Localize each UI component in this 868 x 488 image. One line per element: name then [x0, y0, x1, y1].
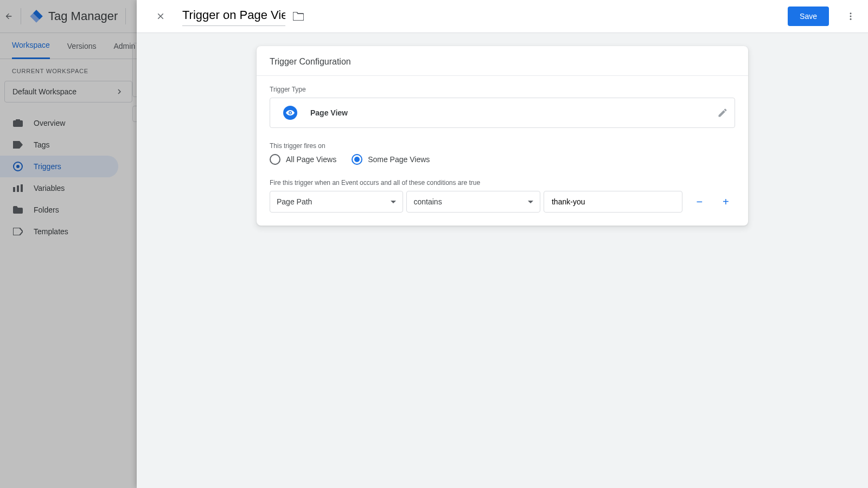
condition-value-input[interactable]	[544, 191, 682, 213]
close-button[interactable]	[150, 5, 171, 27]
radio-unchecked-icon	[270, 154, 280, 165]
card-title: Trigger Configuration	[257, 46, 748, 76]
select-value: Page Path	[277, 197, 312, 206]
more-menu-button[interactable]	[840, 5, 861, 27]
fires-on-label: This trigger fires on	[270, 142, 735, 150]
radio-label: All Page Views	[286, 155, 336, 164]
caret-down-icon	[528, 201, 533, 203]
condition-operator-select[interactable]: contains	[406, 191, 540, 213]
select-value: contains	[413, 197, 442, 206]
svg-point-7	[850, 12, 852, 14]
page-view-icon	[283, 106, 297, 120]
folder-icon[interactable]	[293, 12, 304, 21]
condition-variable-select[interactable]: Page Path	[270, 191, 403, 213]
save-button[interactable]: Save	[788, 7, 829, 26]
radio-all-page-views[interactable]: All Page Views	[270, 154, 336, 165]
svg-point-8	[850, 16, 852, 17]
trigger-editor-panel: Save Trigger Configuration Trigger Type …	[137, 0, 868, 488]
pencil-icon[interactable]	[717, 107, 728, 118]
remove-condition-button[interactable]: −	[690, 192, 709, 211]
conditions-label: Fire this trigger when an Event occurs a…	[270, 179, 735, 187]
trigger-type-label: Trigger Type	[270, 86, 735, 93]
trigger-config-card: Trigger Configuration Trigger Type Page …	[257, 46, 748, 226]
trigger-type-value: Page View	[310, 108, 348, 117]
trigger-name-input[interactable]	[182, 7, 285, 26]
radio-some-page-views[interactable]: Some Page Views	[352, 154, 430, 165]
caret-down-icon	[391, 201, 396, 203]
trigger-type-row[interactable]: Page View	[270, 98, 735, 128]
radio-checked-icon	[352, 154, 362, 165]
add-condition-button[interactable]: +	[716, 192, 735, 211]
svg-point-9	[850, 18, 852, 20]
svg-point-10	[290, 112, 291, 114]
radio-label: Some Page Views	[368, 155, 430, 164]
